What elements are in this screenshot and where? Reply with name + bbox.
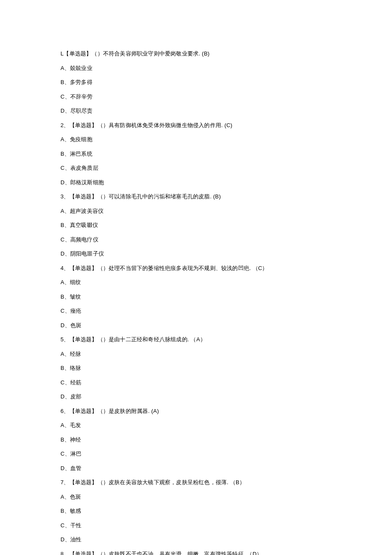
option-line: A、色斑 <box>61 493 331 501</box>
option-separator: 、 <box>64 494 70 500</box>
question-stem: 5、【单选题】（）是由十二正经和奇经八脉组成的. （A） <box>61 335 331 344</box>
question-text: 【单选题】（）处理不当留下的萎缩性疤痕多表现为不规则、较浅的凹疤. （C） <box>69 265 268 271</box>
option-letter: A <box>61 136 64 142</box>
option-text: 尽职尽责 <box>70 108 93 114</box>
option-separator: 、 <box>65 322 70 328</box>
option-separator: 、 <box>65 108 70 114</box>
option-line: D、油性 <box>61 535 331 544</box>
option-text: 皱纹 <box>70 293 81 300</box>
option-letter: B <box>61 508 64 514</box>
question-text: 【单选题】（）皮肤在美容放大镜下观察，皮肤呈粉红色，很薄. （B） <box>69 479 245 485</box>
option-text: 超声波美容仪 <box>70 208 104 214</box>
question-stem: 6、【单选题】（）是皮肤的附属器. (A) <box>61 407 331 416</box>
option-text: 不辞辛劳 <box>70 93 93 100</box>
option-separator: 、 <box>64 136 70 142</box>
option-separator: 、 <box>65 450 70 457</box>
question-stem: 3、【单选题】（）可以清除毛孔中的污垢和堵塞毛孔的皮脂. (B) <box>61 192 331 201</box>
question-number: 7、 <box>61 479 69 485</box>
option-line: C、淋巴 <box>61 450 331 458</box>
option-letter: D <box>61 108 65 114</box>
option-separator: 、 <box>64 365 70 371</box>
option-letter: D <box>61 393 65 400</box>
question-text: 【单选题】（）具有防御机体免受体外致病微生物侵入的作用. (C) <box>69 122 233 128</box>
question-text: 【单选题】（）皮肤既不干也不油，具有光滑、细嫩，富有弹性等特征. （D） <box>69 551 262 555</box>
option-letter: B <box>61 151 64 157</box>
option-separator: 、 <box>65 250 70 257</box>
option-line: D、尽职尽责 <box>61 107 331 115</box>
option-separator: 、 <box>64 279 70 285</box>
option-line: B、真空吸啜仪 <box>61 221 331 230</box>
option-separator: 、 <box>64 208 70 214</box>
question-number: 5、 <box>61 336 69 343</box>
option-separator: 、 <box>64 293 70 300</box>
option-text: 色斑 <box>70 322 81 328</box>
option-line: C、高频电疗仪 <box>61 235 331 244</box>
option-line: A、毛发 <box>61 421 331 430</box>
option-letter: C <box>61 93 65 100</box>
option-line: D、血管 <box>61 464 331 473</box>
option-letter: A <box>61 65 64 71</box>
option-letter: D <box>61 250 65 257</box>
option-text: 痤疮 <box>70 308 81 314</box>
question-number: 6、 <box>61 408 69 414</box>
option-line: B、络脉 <box>61 364 331 372</box>
question-text: 【单选题】（）不符合美容师职业守则中爱岗敬业要求. (B) <box>63 50 209 57</box>
option-separator: 、 <box>65 379 70 386</box>
option-letter: D <box>61 322 65 328</box>
option-text: 淋巴系统 <box>70 151 92 157</box>
option-letter: B <box>61 293 64 300</box>
option-line: A、经脉 <box>61 350 331 358</box>
option-letter: C <box>61 165 65 171</box>
option-separator: 、 <box>65 179 70 186</box>
option-text: 多劳多得 <box>70 79 92 85</box>
option-letter: C <box>61 450 65 457</box>
option-separator: 、 <box>64 79 70 85</box>
option-separator: 、 <box>64 65 70 71</box>
option-line: D、色斑 <box>61 321 331 330</box>
option-line: B、敏感 <box>61 507 331 515</box>
option-line: D、阴阳电噩子仪 <box>61 250 331 258</box>
question-stem: 7、【单选题】（）皮肤在美容放大镜下观察，皮肤呈粉红色，很薄. （B） <box>61 478 331 487</box>
option-letter: C <box>61 379 65 386</box>
option-separator: 、 <box>64 351 70 357</box>
option-line: C、不辞辛劳 <box>61 93 331 101</box>
document-page: L【单选题】（）不符合美容师职业守则中爱岗敬业要求. (B)A、兢兢业业B、多劳… <box>0 0 392 555</box>
option-separator: 、 <box>65 522 70 529</box>
option-letter: C <box>61 236 65 243</box>
option-letter: D <box>61 179 65 186</box>
option-line: A、细纹 <box>61 278 331 287</box>
option-text: 血管 <box>70 465 81 471</box>
option-letter: A <box>61 422 64 428</box>
question-stem: 8、【单选题】（）皮肤既不干也不油，具有光滑、细嫩，富有弹性等特征. （D） <box>61 550 331 555</box>
option-text: 淋巴 <box>70 450 81 457</box>
option-line: B、神经 <box>61 436 331 444</box>
option-letter: B <box>61 79 64 85</box>
option-separator: 、 <box>65 236 70 243</box>
option-text: 神经 <box>70 436 81 443</box>
question-text: 【单选题】（）是由十二正经和奇经八脉组成的. （A） <box>69 336 206 343</box>
option-line: C、干性 <box>61 521 331 530</box>
option-letter: A <box>61 494 64 500</box>
option-text: 免疫细胞 <box>70 136 92 142</box>
option-separator: 、 <box>64 422 70 428</box>
option-letter: C <box>61 522 65 529</box>
option-text: 敏感 <box>70 508 81 514</box>
option-line: C、经筋 <box>61 378 331 387</box>
option-separator: 、 <box>64 436 70 443</box>
option-letter: A <box>61 279 64 285</box>
question-number: 8、 <box>61 551 69 555</box>
option-line: C、痤疮 <box>61 307 331 315</box>
option-text: 表皮角质层 <box>70 165 98 171</box>
option-letter: A <box>61 351 64 357</box>
question-text: 【单选题】（）是皮肤的附属器. (A) <box>69 408 159 414</box>
option-separator: 、 <box>64 508 70 514</box>
option-line: B、多劳多得 <box>61 78 331 87</box>
option-separator: 、 <box>64 151 70 157</box>
option-line: A、超声波美容仪 <box>61 207 331 215</box>
option-separator: 、 <box>65 308 70 314</box>
option-text: 阴阳电噩子仪 <box>70 250 104 257</box>
option-text: 细纹 <box>70 279 81 285</box>
option-line: A、兢兢业业 <box>61 64 331 73</box>
option-separator: 、 <box>65 465 70 471</box>
option-text: 络脉 <box>70 365 81 371</box>
